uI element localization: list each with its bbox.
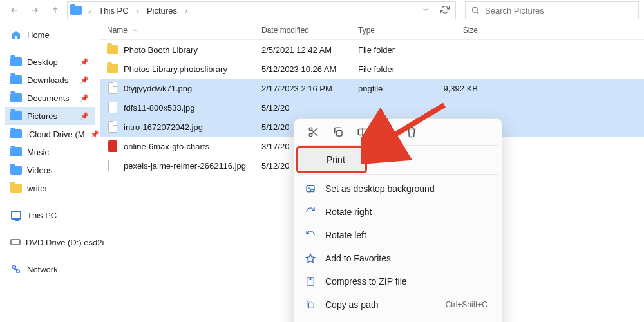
address-bar[interactable]: › This PC › Pictures ›	[67, 1, 456, 19]
file-name: online-6max-gto-charts	[124, 142, 209, 151]
context-menu-item-set-as-desktop-background[interactable]: Set as desktop background	[297, 177, 499, 200]
sidebar-item-label: DVD Drive (D:) esd2i	[26, 238, 104, 247]
context-menu-label: Set as desktop background	[325, 184, 488, 194]
file-date: 2/5/2021 12:42 AM	[261, 45, 358, 55]
sidebar-item-icloud-drive-m[interactable]: iCloud Drive (M📌	[5, 125, 95, 143]
refresh-icon	[440, 5, 450, 14]
sidebar-item-this-pc[interactable]: This PC	[5, 206, 95, 224]
rename-button[interactable]	[356, 126, 369, 138]
breadcrumb-this-pc[interactable]: This PC	[97, 6, 129, 15]
sidebar-item-dvd-drive-d-esd2i[interactable]: DVD Drive (D:) esd2i	[5, 233, 95, 251]
sidebar-item-documents[interactable]: Documents📌	[5, 89, 95, 107]
svg-rect-2	[17, 270, 20, 273]
context-menu-item-properties[interactable]: PropertiesAlt+Enter	[297, 316, 499, 322]
arrow-right-icon	[30, 6, 39, 15]
delete-button[interactable]	[405, 126, 418, 138]
network-icon	[10, 263, 22, 275]
copy-button[interactable]	[332, 126, 345, 138]
pin-icon: 📌	[80, 58, 93, 66]
copy-path-icon	[305, 299, 316, 310]
star-icon	[305, 252, 316, 264]
context-menu-separator	[297, 174, 499, 175]
sidebar-item-label: iCloud Drive (M	[27, 129, 85, 139]
file-size: 9,392 KB	[435, 84, 493, 93]
context-menu-item-add-to-favorites[interactable]: Add to Favorites	[297, 247, 499, 270]
breadcrumb-pictures[interactable]: Pictures	[146, 6, 178, 15]
file-row[interactable]: Photos Library.photoslibrary5/12/2023 10…	[100, 59, 644, 79]
sidebar-item-writer[interactable]: writer	[5, 179, 95, 197]
file-date: 5/12/20	[261, 103, 358, 113]
refresh-button[interactable]	[437, 5, 453, 16]
copy-icon	[332, 126, 344, 138]
file-type: File folder	[358, 64, 435, 74]
column-name[interactable]: Name	[100, 26, 261, 35]
file-name: fdfs11-800x533.jpg	[124, 103, 195, 113]
column-type[interactable]: Type	[358, 26, 435, 35]
forward-button[interactable]	[26, 1, 44, 19]
monitor-icon	[10, 209, 22, 221]
context-menu-item-print[interactable]: Print	[298, 148, 365, 171]
context-menu-shortcut: Ctrl+Shift+C	[446, 300, 488, 309]
sidebar-item-home[interactable]: Home	[5, 26, 95, 44]
context-menu-label: Rotate left	[325, 230, 488, 240]
context-menu-label: Copy as path	[325, 299, 437, 310]
svg-rect-11	[308, 303, 314, 308]
column-headers: Name Date modified Type Size	[100, 21, 644, 40]
sidebar-item-pictures[interactable]: Pictures📌	[5, 107, 95, 125]
sidebar-item-downloads[interactable]: Downloads📌	[5, 71, 95, 89]
context-menu-item-compress-to-zip-file[interactable]: Compress to ZIP file	[297, 270, 499, 293]
rename-icon	[357, 126, 368, 138]
up-button[interactable]	[46, 1, 64, 19]
svg-point-3	[309, 128, 312, 131]
rotate-right-icon	[305, 206, 316, 218]
sidebar-item-label: writer	[27, 184, 48, 193]
folder-blue-icon	[10, 146, 22, 158]
pin-icon: 📌	[80, 94, 93, 102]
context-menu-item-copy-as-path[interactable]: Copy as pathCtrl+Shift+C	[297, 293, 499, 316]
context-menu: Print Set as desktop backgroundRotate ri…	[294, 118, 502, 322]
file-type: File folder	[358, 45, 435, 55]
file-name: 0tyjjyyddwk71.png	[124, 84, 192, 93]
chevron-right-icon: ›	[134, 6, 142, 15]
folder-icon	[107, 63, 118, 75]
sidebar-item-label: Pictures	[27, 111, 57, 121]
file-row[interactable]: Photo Booth Library2/5/2021 12:42 AMFile…	[100, 40, 644, 59]
sidebar-item-music[interactable]: Music	[5, 143, 95, 161]
svg-point-4	[309, 133, 312, 137]
column-size[interactable]: Size	[435, 26, 493, 35]
context-menu-item-rotate-left[interactable]: Rotate left	[297, 223, 499, 247]
sort-indicator-icon	[131, 27, 138, 33]
arrow-left-icon	[10, 6, 19, 15]
file-row[interactable]: fdfs11-800x533.jpg5/12/20	[100, 98, 644, 117]
sidebar-item-label: Documents	[27, 93, 70, 103]
sidebar-item-desktop[interactable]: Desktop📌	[5, 53, 95, 71]
context-menu-label: Rotate right	[325, 207, 488, 217]
folder-blue-icon	[10, 92, 22, 104]
sidebar-item-label: Music	[27, 147, 49, 157]
delete-icon	[406, 126, 417, 138]
sidebar-item-label: Home	[27, 30, 50, 40]
search-input[interactable]	[485, 6, 633, 15]
home-icon	[10, 29, 22, 41]
search-icon	[471, 6, 480, 15]
file-name: Photo Booth Library	[124, 45, 198, 55]
sidebar-item-videos[interactable]: Videos	[5, 161, 95, 179]
column-date[interactable]: Date modified	[261, 26, 358, 35]
search-box[interactable]	[465, 1, 639, 19]
file-icon	[107, 121, 118, 133]
file-row[interactable]: 0tyjjyyddwk71.png2/17/2023 2:16 PMpngfil…	[100, 79, 644, 98]
sidebar-item-network[interactable]: Network	[5, 260, 95, 278]
cut-button[interactable]	[307, 126, 320, 138]
file-name: Photos Library.photoslibrary	[124, 64, 227, 74]
history-dropdown-button[interactable]	[418, 6, 433, 15]
image-icon	[305, 183, 316, 194]
context-menu-item-rotate-right[interactable]: Rotate right	[297, 200, 499, 223]
svg-rect-1	[13, 266, 16, 269]
back-button[interactable]	[5, 1, 23, 19]
svg-point-9	[308, 187, 310, 189]
pin-icon: 📌	[80, 112, 93, 120]
context-menu-label: Add to Favorites	[325, 253, 488, 263]
context-menu-label: Print	[327, 155, 354, 165]
navigation-sidebar: HomeDesktop📌Downloads📌Documents📌Pictures…	[0, 21, 95, 322]
share-button[interactable]	[381, 126, 393, 138]
